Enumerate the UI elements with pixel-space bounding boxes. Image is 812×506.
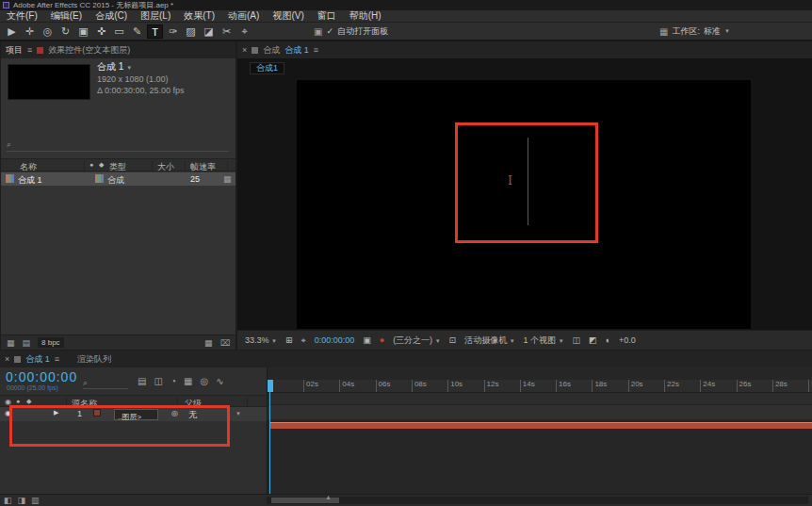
- comp-thumbnail: [8, 64, 90, 100]
- zoom-tool-icon[interactable]: ◎: [40, 24, 56, 39]
- clone-stamp-tool-icon[interactable]: ▨: [183, 24, 199, 39]
- zoom-value: 33.3%: [245, 335, 269, 345]
- tab-render-queue[interactable]: 渲染队列: [77, 353, 111, 366]
- comp-icon: [6, 174, 14, 183]
- ruler-tick: 26s: [737, 380, 752, 392]
- text-tool-icon[interactable]: T: [147, 24, 163, 39]
- draft-3d-icon[interactable]: ◫: [154, 376, 162, 386]
- trash-icon[interactable]: ⌧: [220, 338, 230, 348]
- mask-toggle-icon[interactable]: ⌖: [301, 335, 306, 346]
- pan-behind-tool-icon[interactable]: ✜: [93, 24, 109, 39]
- pen-tool-icon[interactable]: ✎: [129, 24, 145, 39]
- interpret-footage-icon[interactable]: ▦: [7, 338, 15, 348]
- close-icon[interactable]: ×: [5, 354, 9, 364]
- viewer-timecode[interactable]: 0:00:00:00: [315, 335, 355, 345]
- project-table-header: 名称 ● ◆ 类型 大小 帧速率: [1, 158, 235, 171]
- toggle-icon-c[interactable]: ▥: [31, 496, 40, 505]
- annotation-rect-composition: [455, 122, 598, 243]
- snapshot-icon[interactable]: ▣: [363, 335, 371, 345]
- new-comp-icon[interactable]: ▦: [204, 338, 213, 348]
- resolution-select[interactable]: (三分之一) ▼: [393, 335, 440, 347]
- row-name[interactable]: 合成 1: [18, 174, 42, 187]
- toggle-icon-b[interactable]: ◨: [18, 496, 26, 505]
- ruler-tick: 04s: [339, 380, 354, 392]
- camera-tool-icon[interactable]: ▣: [75, 24, 91, 39]
- menu-item[interactable]: 文件(F): [0, 9, 44, 23]
- bpc-button[interactable]: 8 bpc: [38, 337, 64, 348]
- puppet-pin-tool-icon[interactable]: ⌖: [236, 24, 252, 39]
- panel-icon: ▣: [314, 26, 322, 37]
- menu-item[interactable]: 窗口: [311, 9, 343, 23]
- menu-item[interactable]: 编辑(E): [44, 9, 89, 23]
- hand-tool-icon[interactable]: ✛: [22, 24, 38, 39]
- panel-menu-icon[interactable]: ≡: [27, 45, 32, 55]
- tab-effect-controls[interactable]: 效果控件(空文本图层): [48, 44, 130, 57]
- eraser-tool-icon[interactable]: ◪: [201, 24, 217, 39]
- motion-blur-icon[interactable]: ◎: [200, 376, 208, 386]
- selection-tool-icon[interactable]: ▶: [4, 24, 20, 39]
- close-icon[interactable]: ×: [242, 45, 247, 55]
- hide-shy-icon[interactable]: ◔: [171, 376, 176, 386]
- camera-select[interactable]: 活动摄像机 ▼: [464, 335, 514, 347]
- project-comp-name[interactable]: 合成 1: [97, 61, 123, 72]
- panel-menu-icon[interactable]: ≡: [55, 354, 59, 364]
- zoom-marker-icon[interactable]: ▲: [325, 494, 332, 500]
- workspace-switcher[interactable]: ▦ 工作区: 标准 ▼: [659, 23, 730, 40]
- chevron-down-icon[interactable]: ▼: [126, 65, 132, 71]
- viewer-inner-tab[interactable]: 合成1: [250, 62, 284, 74]
- timeline-search-input[interactable]: ⌕: [83, 378, 128, 389]
- fast-preview-icon[interactable]: ◩: [589, 335, 597, 345]
- region-of-interest-icon[interactable]: ⊡: [449, 335, 457, 345]
- graph-editor-icon[interactable]: ∿: [216, 376, 223, 386]
- tab-project[interactable]: 项目: [6, 44, 23, 57]
- workspace-label: 工作区:: [672, 25, 700, 38]
- panel-menu-icon[interactable]: ≡: [314, 45, 318, 55]
- zoom-select[interactable]: 33.3% ▼: [245, 335, 277, 345]
- menu-item[interactable]: 合成(C): [89, 9, 134, 23]
- show-channel-icon[interactable]: ●: [380, 335, 384, 345]
- timeline-tab-icon: [14, 356, 21, 363]
- track-row-strip: [268, 405, 812, 419]
- row-type: 合成: [107, 174, 124, 187]
- table-row[interactable]: 合成 1 合成 25 ▦: [1, 172, 235, 186]
- viewer-comp-tab[interactable]: 合成 1: [284, 44, 309, 57]
- new-folder-icon[interactable]: ▤: [23, 338, 31, 348]
- project-search-input[interactable]: ⌕: [7, 139, 229, 152]
- layer-duration-bar[interactable]: [269, 422, 812, 429]
- roto-brush-tool-icon[interactable]: ✂: [219, 24, 235, 39]
- toggle-icon-a[interactable]: ◧: [4, 496, 12, 505]
- rotation-tool-icon[interactable]: ↻: [57, 24, 73, 39]
- shape-tool-icon[interactable]: ▭: [111, 24, 127, 39]
- tool-strip: ▶✛◎↻▣✜▭✎T✑▨◪✂⌖: [4, 24, 252, 40]
- timeline-track-area[interactable]: 02s04s06s08s10s12s14s16s18s20s22s24s26s2…: [267, 367, 812, 494]
- bullet-icon: ●: [89, 161, 93, 168]
- menu-item[interactable]: 动画(A): [221, 9, 266, 23]
- frame-blend-icon[interactable]: ▦: [184, 376, 192, 386]
- timeline-timecode[interactable]: 0:00:00:00: [6, 369, 77, 384]
- search-icon: ⌕: [83, 378, 88, 387]
- row-framerate: 25: [190, 174, 200, 184]
- pixel-aspect-icon[interactable]: ◫: [573, 335, 581, 345]
- viewer-tabstrip: × 合成 合成 1 ≡: [237, 41, 812, 58]
- chevron-down-icon[interactable]: ▼: [235, 411, 241, 416]
- effect-controls-tab-icon: [37, 47, 43, 54]
- menu-item[interactable]: 视图(V): [266, 9, 310, 23]
- brush-tool-icon[interactable]: ✑: [165, 24, 181, 39]
- workspace-value[interactable]: 标准: [704, 25, 721, 38]
- auto-open-panel-toggle[interactable]: ▣ ✓ 自动打开面板: [314, 23, 388, 40]
- exposure-icon[interactable]: ◐: [606, 335, 610, 345]
- timeline-scrollbar[interactable]: ▲: [267, 497, 808, 504]
- menu-item[interactable]: 效果(T): [177, 9, 221, 23]
- menu-item[interactable]: 帮助(H): [343, 9, 388, 23]
- menu-item[interactable]: 图层(L): [134, 9, 177, 23]
- camera-value: 活动摄像机: [464, 335, 507, 345]
- comp-flowchart-icon[interactable]: ▤: [138, 376, 146, 386]
- grid-guides-icon[interactable]: ⊞: [285, 335, 293, 345]
- playhead-line[interactable]: [269, 380, 270, 494]
- track-header-strip: [268, 393, 812, 405]
- view-layout-select[interactable]: 1 个视图 ▼: [524, 335, 564, 347]
- exposure-value[interactable]: +0.0: [619, 335, 636, 345]
- playhead-handle[interactable]: [268, 380, 273, 392]
- timeline-comp-tab[interactable]: 合成 1: [25, 353, 50, 366]
- timeline-ruler[interactable]: 02s04s06s08s10s12s14s16s18s20s22s24s26s2…: [268, 380, 812, 393]
